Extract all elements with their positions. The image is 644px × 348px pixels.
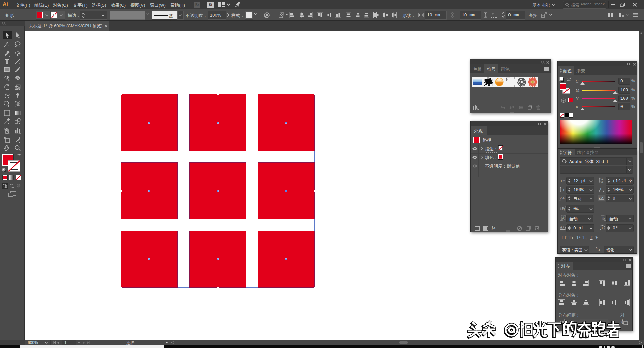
svg-text:あ: あ [562, 216, 566, 220]
svg-text:T: T [563, 180, 565, 183]
svg-text:T: T [601, 226, 604, 230]
svg-text:T: T [560, 178, 563, 183]
svg-text:T: T [562, 187, 565, 192]
svg-text:a: a [563, 225, 564, 228]
svg-text:あ: あ [602, 216, 605, 220]
svg-text:A: A [601, 180, 603, 183]
svg-text:V: V [598, 196, 601, 200]
svg-text:A: A [562, 196, 565, 200]
svg-text:あ: あ [562, 207, 565, 210]
svg-text:A: A [560, 225, 563, 230]
svg-text:A: A [601, 196, 604, 200]
svg-text:V: V [559, 196, 562, 200]
